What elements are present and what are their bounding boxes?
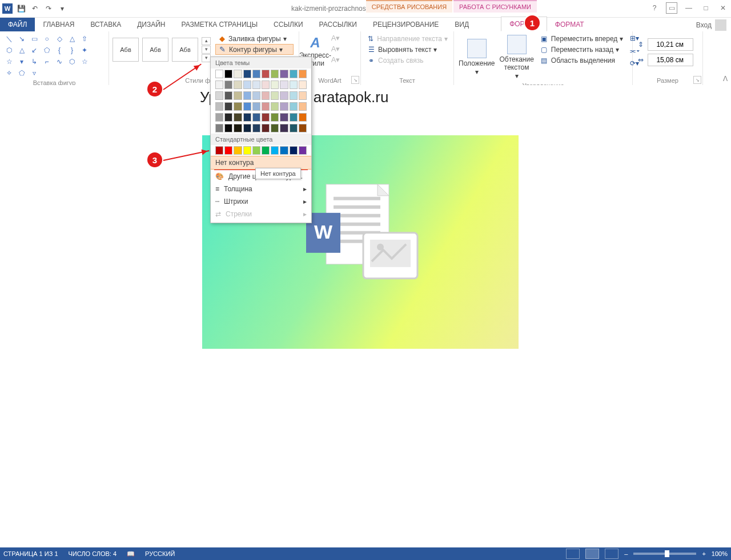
color-swatch[interactable] [234, 70, 242, 78]
color-swatch[interactable] [299, 102, 307, 111]
color-swatch[interactable] [280, 146, 288, 155]
text-effects-icon[interactable]: A▾ [331, 55, 340, 64]
proofing-icon[interactable]: 📖 [127, 550, 135, 558]
status-language[interactable]: РУССКИЙ [145, 550, 175, 557]
tab-view[interactable]: ВИД [447, 18, 477, 31]
bring-forward-button[interactable]: ▣Переместить вперед ▾ [537, 34, 625, 44]
color-swatch[interactable] [215, 80, 223, 89]
undo-icon[interactable]: ↶ [29, 2, 41, 15]
qat-customize-icon[interactable]: ▾ [56, 2, 69, 15]
color-swatch[interactable] [215, 102, 223, 111]
color-swatch[interactable] [290, 70, 298, 78]
color-swatch[interactable] [234, 91, 242, 100]
maximize-icon[interactable]: □ [700, 2, 712, 14]
color-swatch[interactable] [234, 102, 242, 111]
color-swatch[interactable] [234, 113, 242, 122]
color-swatch[interactable] [299, 91, 307, 100]
tab-mailings[interactable]: РАССЫЛКИ [311, 18, 365, 31]
redo-icon[interactable]: ↷ [42, 2, 55, 15]
color-swatch[interactable] [243, 102, 251, 111]
close-icon[interactable]: ✕ [717, 2, 729, 14]
color-swatch[interactable] [290, 124, 298, 132]
no-outline-item[interactable]: Нет контура Нет контура [211, 156, 311, 170]
send-backward-button[interactable]: ▢Переместить назад ▾ [537, 45, 625, 55]
color-swatch[interactable] [243, 146, 251, 155]
color-swatch[interactable] [224, 124, 232, 132]
tab-home[interactable]: ГЛАВНАЯ [35, 18, 82, 31]
tab-references[interactable]: ССЫЛКИ [266, 18, 311, 31]
color-swatch[interactable] [271, 113, 279, 122]
color-swatch[interactable] [271, 102, 279, 111]
color-swatch[interactable] [243, 80, 251, 89]
color-swatch[interactable] [271, 91, 279, 100]
tab-design[interactable]: ДИЗАЙН [129, 18, 173, 31]
color-swatch[interactable] [280, 80, 288, 89]
tab-insert[interactable]: ВСТАВКА [82, 18, 129, 31]
color-swatch[interactable] [280, 113, 288, 122]
ribbon-options-icon[interactable]: ▭ [666, 2, 677, 14]
height-field[interactable]: ⇕ [636, 38, 699, 51]
color-swatch[interactable] [224, 80, 232, 89]
text-direction-button[interactable]: ⇅Направление текста▾ [364, 34, 450, 44]
color-swatch[interactable] [262, 146, 270, 155]
color-swatch[interactable] [252, 146, 260, 155]
color-swatch[interactable] [243, 70, 251, 78]
color-swatch[interactable] [234, 124, 242, 132]
dialog-launcher-icon[interactable]: ↘ [693, 76, 701, 84]
color-swatch[interactable] [280, 124, 288, 132]
view-print-icon[interactable] [585, 549, 599, 559]
create-link-button[interactable]: ⚭Создать связь [364, 55, 450, 66]
view-read-icon[interactable] [566, 549, 580, 559]
status-page[interactable]: СТРАНИЦА 1 ИЗ 1 [3, 550, 58, 557]
color-swatch[interactable] [243, 91, 251, 100]
position-button[interactable]: Положение▾ [457, 34, 496, 81]
color-swatch[interactable] [290, 102, 298, 111]
color-swatch[interactable] [262, 80, 270, 89]
color-swatch[interactable] [252, 113, 260, 122]
color-swatch[interactable] [280, 102, 288, 111]
tab-file[interactable]: ФАЙЛ [0, 18, 35, 31]
color-swatch[interactable] [252, 91, 260, 100]
color-swatch[interactable] [280, 91, 288, 100]
color-swatch[interactable] [262, 91, 270, 100]
view-web-icon[interactable] [605, 549, 618, 559]
outline-weight-item[interactable]: ≡Толщина▸ [211, 183, 311, 195]
color-swatch[interactable] [271, 124, 279, 132]
color-swatch[interactable] [299, 113, 307, 122]
width-input[interactable] [648, 54, 693, 66]
collapse-ribbon-icon[interactable]: ᐱ [723, 75, 728, 83]
color-swatch[interactable] [271, 80, 279, 89]
outline-arrows-item[interactable]: ⇄Стрелки▸ [211, 208, 311, 220]
outline-dashes-item[interactable]: ┄Штрихи▸ [211, 195, 311, 208]
color-swatch[interactable] [234, 146, 242, 155]
document-area[interactable]: Урxxxxxxxxxxxxxaratapok.ru W [0, 85, 731, 547]
color-swatch[interactable] [271, 146, 279, 155]
color-swatch[interactable] [290, 146, 298, 155]
align-text-button[interactable]: ☰Выровнять текст▾ [364, 45, 450, 55]
gallery-up-icon[interactable]: ▴ [202, 37, 211, 45]
style-preset-1[interactable]: Абв [113, 38, 139, 62]
color-swatch[interactable] [299, 80, 307, 89]
shape-style-gallery[interactable]: Абв Абв Абв ▴ ▾ ▾ [113, 34, 211, 65]
selection-pane-button[interactable]: ▤Область выделения [537, 55, 625, 66]
color-swatch[interactable] [290, 113, 298, 122]
color-swatch[interactable] [262, 124, 270, 132]
style-preset-3[interactable]: Абв [172, 38, 198, 62]
color-swatch[interactable] [252, 124, 260, 132]
color-swatch[interactable] [299, 146, 307, 155]
tab-review[interactable]: РЕЦЕНЗИРОВАНИЕ [365, 18, 447, 31]
color-swatch[interactable] [280, 70, 288, 78]
status-words[interactable]: ЧИСЛО СЛОВ: 4 [69, 550, 117, 557]
color-swatch[interactable] [224, 102, 232, 111]
color-swatch[interactable] [262, 102, 270, 111]
dialog-launcher-icon[interactable]: ↘ [351, 76, 359, 84]
style-preset-2[interactable]: Абв [142, 38, 168, 62]
color-swatch[interactable] [215, 124, 223, 132]
shapes-gallery[interactable]: ＼↘▭○◇△⇧⬡ △↙⬠{}✦☆▾ ↳⌐∿⬡☆✧⬠▿ [3, 34, 95, 78]
color-swatch[interactable] [271, 70, 279, 78]
color-swatch[interactable] [215, 70, 223, 78]
zoom-level[interactable]: 100% [712, 550, 728, 557]
color-swatch[interactable] [299, 124, 307, 132]
color-swatch[interactable] [252, 80, 260, 89]
color-swatch[interactable] [252, 102, 260, 111]
